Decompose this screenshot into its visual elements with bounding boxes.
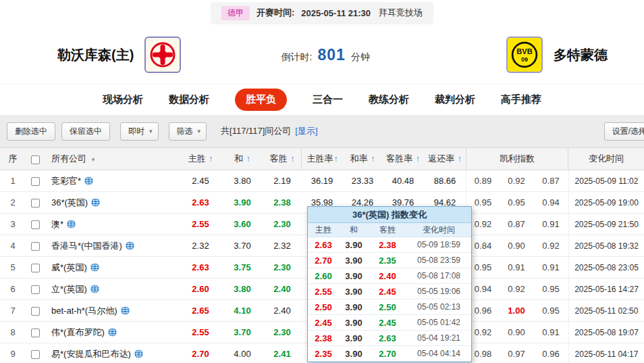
countdown-unit: 分钟 [351, 51, 370, 64]
tab-2[interactable]: 数据分析 [169, 93, 209, 106]
odds-away[interactable]: 2.30 [263, 327, 301, 337]
row-checkbox[interactable] [31, 285, 40, 294]
change-time: 2025-05-16 14:27 [568, 279, 644, 299]
col-away-rate[interactable]: 客胜率 ↑ [382, 153, 424, 165]
row-checkbox[interactable] [31, 220, 40, 229]
company-cell[interactable]: 36*(英国) [45, 197, 180, 209]
odds-away[interactable]: 2.32 [263, 241, 301, 251]
company-cell[interactable]: bet-at-h*(马尔他) [45, 305, 180, 317]
odds-away[interactable]: 2.30 [263, 262, 301, 272]
odds-home[interactable]: 2.63 [180, 262, 221, 272]
odds-draw[interactable]: 3.60 [221, 219, 263, 229]
company-name: 36*(英国) [51, 197, 88, 209]
tab-4[interactable]: 三合一 [313, 93, 343, 106]
row-number: 8 [0, 327, 26, 337]
odds-draw[interactable]: 3.80 [221, 176, 263, 186]
globe-icon [90, 263, 99, 272]
odds-away[interactable]: 2.40 [263, 306, 301, 316]
odds-home[interactable]: 2.32 [180, 241, 221, 251]
odds-home[interactable]: 2.45 [180, 176, 221, 186]
odds-draw[interactable]: 4.00 [221, 349, 263, 359]
tab-3[interactable]: 胜平负 [235, 89, 287, 111]
settings-button[interactable]: 设置/选择 [604, 122, 644, 141]
row-checkbox[interactable] [31, 177, 40, 186]
delete-selected-button[interactable]: 删除选中 [7, 122, 55, 141]
row-number: 4 [0, 241, 26, 251]
sort-asc-icon: ↑ [209, 154, 213, 164]
odds-home[interactable]: 2.55 [180, 327, 221, 337]
col-home-rate[interactable]: 主胜率 ↑ [301, 148, 343, 170]
row-checkbox[interactable] [31, 242, 40, 251]
venue-name: 拜耳竞技场 [379, 7, 423, 19]
popup-change-time: 05-09 18:59 [406, 240, 471, 249]
popup-odds-draw: 3.90 [339, 240, 369, 250]
change-time: 2025-05-09 21:50 [568, 214, 644, 235]
popup-row: 2.703.902.3505-08 23:59 [308, 253, 471, 268]
globe-icon [121, 306, 130, 315]
tab-6[interactable]: 裁判分析 [435, 93, 475, 106]
tab-5[interactable]: 教练分析 [369, 93, 409, 106]
change-time: 2025-05-11 04:17 [568, 343, 644, 363]
odds-home[interactable]: 2.70 [180, 349, 221, 359]
col-away-odds[interactable]: 客胜 ↑ [263, 153, 301, 165]
select-all-checkbox[interactable] [31, 155, 40, 164]
col-draw-rate[interactable]: 和率 ↑ [343, 153, 382, 165]
globe-icon [126, 241, 134, 250]
away-team-logo: BVB 09 [506, 37, 543, 73]
row-checkbox[interactable] [31, 199, 40, 208]
company-cell[interactable]: 伟*(直布罗陀) [45, 326, 180, 339]
chevron-down-icon: ▾ [198, 128, 201, 135]
popup-row: 2.603.902.4005-08 17:08 [308, 268, 471, 284]
odds-draw[interactable]: 4.10 [221, 306, 263, 316]
row-checkbox[interactable] [31, 264, 40, 272]
company-cell[interactable]: 竞彩官* [45, 175, 180, 187]
company-cell[interactable]: 立*(英国) [45, 283, 180, 295]
odds-draw[interactable]: 3.70 [221, 327, 263, 337]
odds-home[interactable]: 2.55 [180, 219, 221, 229]
odds-history-popup: 36*(英国) 指数变化 主胜和客胜变化时间 2.633.902.3805-09… [307, 206, 472, 362]
keep-selected-button[interactable]: 保留选中 [61, 122, 110, 141]
kelly-draw: 0.95 [500, 197, 533, 208]
odds-home[interactable]: 2.65 [180, 306, 221, 316]
odds-draw[interactable]: 3.75 [221, 262, 263, 272]
company-cell[interactable]: 香港马*(中国香港) [45, 240, 180, 252]
company-cell[interactable]: 威*(英国) [45, 262, 180, 274]
row-checkbox[interactable] [31, 329, 40, 337]
odds-home[interactable]: 2.60 [180, 284, 221, 294]
col-company[interactable]: 所有公司 ▾ [45, 153, 180, 165]
show-link[interactable]: [显示] [295, 125, 317, 137]
popup-col-1: 主胜 [308, 224, 339, 236]
col-draw-odds-label: 和 [234, 153, 243, 164]
popup-row: 2.353.902.7005-04 04:14 [308, 346, 471, 362]
popup-odds-draw: 3.90 [339, 349, 369, 359]
col-home-odds[interactable]: 主胜 ↑ [180, 153, 221, 165]
row-checkbox[interactable] [31, 350, 40, 359]
filter-label: 筛选 [177, 126, 193, 137]
row-checkbox[interactable] [31, 307, 40, 316]
company-cell[interactable]: 澳* [45, 218, 180, 231]
globe-icon [91, 198, 100, 207]
time-mode-dropdown[interactable]: 即时 ▾ [120, 122, 159, 141]
sort-asc-icon: ↑ [290, 154, 294, 164]
odds-home[interactable]: 2.63 [180, 197, 221, 208]
company-cell[interactable]: 易*(安提瓜和巴布达) [45, 348, 180, 360]
odds-draw[interactable]: 3.70 [221, 241, 263, 251]
odds-away[interactable]: 2.38 [263, 197, 301, 208]
tab-7[interactable]: 高手推荐 [501, 93, 541, 106]
globe-icon [67, 220, 76, 228]
col-draw-odds[interactable]: 和 ↑ [221, 153, 263, 165]
popup-odds-home: 2.60 [308, 271, 339, 281]
col-return-rate[interactable]: 返还率 ↑ [424, 153, 466, 165]
odds-away[interactable]: 2.41 [263, 349, 301, 359]
odds-away[interactable]: 2.30 [263, 219, 301, 229]
tab-1[interactable]: 现场分析 [103, 93, 143, 106]
odds-draw[interactable]: 3.80 [221, 284, 263, 294]
odds-away[interactable]: 2.40 [263, 284, 301, 294]
odds-draw[interactable]: 3.90 [221, 197, 263, 208]
globe-icon [90, 285, 99, 293]
filter-dropdown[interactable]: 筛选 ▾ [169, 122, 207, 141]
kelly-away: 0.94 [533, 197, 568, 208]
odds-away[interactable]: 2.19 [263, 176, 301, 186]
globe-icon [108, 328, 117, 337]
popup-row: 2.383.902.6305-04 19:21 [308, 331, 471, 346]
